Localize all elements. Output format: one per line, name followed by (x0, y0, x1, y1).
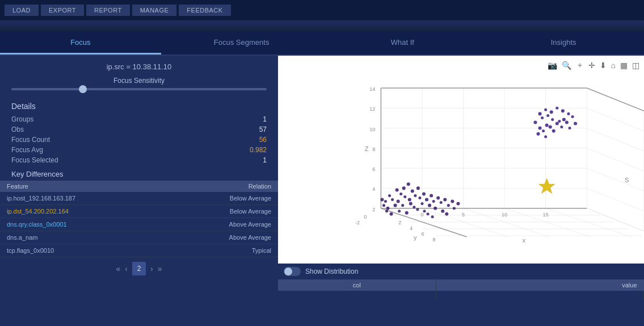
svg-point-110 (555, 122, 559, 125)
svg-rect-0 (278, 77, 644, 243)
svg-point-80 (423, 210, 426, 212)
zoom-icon[interactable]: 🔍 (561, 59, 573, 72)
feature-cell: tcp.flags_0x0010 (0, 244, 166, 257)
relation-cell: Above Average (166, 231, 278, 244)
table-row[interactable]: dns.qry.class_0x0001 Above Average (0, 218, 278, 231)
svg-point-92 (391, 198, 394, 201)
chart-icon[interactable]: ▦ (619, 59, 629, 72)
detail-row-obs: Obs 57 (11, 124, 267, 135)
svg-point-88 (431, 215, 434, 218)
table-row[interactable]: ip.host_192.168.163.187 Below Average (0, 192, 278, 205)
export-icon[interactable]: ◫ (631, 59, 641, 72)
key-differences-table: Feature Relation ip.host_192.168.163.187… (0, 181, 278, 257)
first-page-button[interactable]: « (116, 264, 121, 273)
svg-point-102 (398, 210, 401, 212)
svg-text:6: 6 (421, 231, 424, 237)
feature-cell: ip.host_192.168.163.187 (0, 192, 166, 205)
svg-text:8: 8 (433, 237, 436, 243)
svg-point-106 (545, 124, 549, 127)
svg-point-73 (425, 198, 428, 202)
scatter-plot: Z x y 14 12 10 8 6 4 2 0 -2 0 5 10 15 2 (278, 56, 644, 264)
report-button[interactable]: REPORT (86, 5, 130, 16)
relation-cell: Below Average (166, 205, 278, 218)
export-button[interactable]: EXPORT (41, 5, 84, 16)
svg-text:2: 2 (372, 207, 375, 212)
slider-thumb[interactable] (79, 85, 87, 93)
zoom-in-icon[interactable]: ＋ (575, 59, 585, 72)
details-header: Details (0, 98, 278, 114)
svg-point-114 (537, 132, 540, 136)
svg-point-95 (395, 188, 399, 191)
key-differences-header: Key Differences (0, 165, 278, 181)
table-row (278, 291, 644, 295)
toolbar: LOAD EXPORT REPORT MANAGE FEEDBACK (0, 0, 644, 20)
cell-value (436, 295, 643, 300)
svg-point-59 (402, 186, 406, 190)
svg-point-76 (416, 208, 419, 211)
svg-point-70 (418, 197, 421, 199)
svg-text:2: 2 (398, 220, 401, 225)
prev-page-button[interactable]: ‹ (125, 264, 128, 273)
svg-text:S: S (625, 177, 629, 183)
distribution-label: Show Distribution (305, 268, 358, 275)
next-page-button[interactable]: › (150, 264, 153, 273)
col-col: col (278, 279, 436, 291)
svg-point-107 (551, 118, 554, 121)
svg-point-116 (552, 129, 555, 133)
table-row[interactable]: ip.dst_54.200.202.164 Below Average (0, 205, 278, 218)
svg-point-90 (453, 207, 456, 210)
svg-point-96 (384, 200, 387, 203)
tab-focus-segments[interactable]: Focus Segments (161, 32, 322, 55)
svg-point-101 (390, 212, 393, 216)
svg-point-86 (447, 204, 450, 207)
feedback-button[interactable]: FEEDBACK (179, 5, 230, 16)
svg-point-127 (544, 108, 547, 111)
relation-cell: Typical (166, 244, 278, 257)
svg-text:x: x (523, 237, 526, 244)
distribution-toggle[interactable] (284, 267, 301, 276)
sensitivity-label: Focus Sensitivity (11, 77, 267, 85)
svg-point-126 (550, 110, 553, 114)
last-page-button[interactable]: » (158, 264, 162, 273)
cell-col (278, 291, 436, 295)
svg-point-63 (403, 195, 406, 198)
main-content: ip.src = 10.38.11.10 Focus Sensitivity D… (0, 56, 644, 326)
detail-label-obs: Obs (11, 126, 24, 133)
svg-text:4: 4 (372, 186, 375, 192)
table-row[interactable]: dns.a_nam Above Average (0, 231, 278, 244)
chart-area: 📷 🔍 ＋ ✛ ⬇ ⌂ ▦ ◫ (278, 56, 644, 264)
manage-button[interactable]: MANAGE (132, 5, 177, 16)
crosshair-icon[interactable]: ✛ (587, 59, 596, 72)
svg-text:14: 14 (369, 86, 375, 92)
svg-point-100 (385, 210, 388, 212)
sensitivity-slider[interactable] (11, 88, 267, 90)
table-row[interactable]: tcp.flags_0x0010 Typical (0, 244, 278, 257)
svg-text:6: 6 (372, 166, 375, 172)
svg-point-97 (386, 207, 389, 210)
svg-point-104 (533, 120, 537, 124)
camera-icon[interactable]: 📷 (546, 59, 558, 72)
download-icon[interactable]: ⬇ (599, 59, 608, 72)
pagination: « ‹ 2 › » (0, 257, 278, 280)
svg-point-120 (562, 118, 566, 121)
tab-insights[interactable]: Insights (483, 32, 644, 55)
left-panel: ip.src = 10.38.11.10 Focus Sensitivity D… (0, 56, 278, 326)
tab-focus[interactable]: Focus (0, 32, 161, 55)
svg-point-67 (416, 186, 420, 190)
load-button[interactable]: LOAD (5, 5, 39, 16)
svg-point-122 (574, 122, 577, 125)
svg-point-125 (555, 107, 558, 110)
ip-filter-label: ip.src = 10.38.11.10 (0, 56, 278, 74)
svg-point-108 (538, 127, 542, 130)
svg-point-118 (565, 120, 569, 124)
tab-what-if[interactable]: What If (322, 32, 483, 55)
svg-text:10: 10 (502, 212, 507, 218)
svg-point-69 (409, 202, 413, 206)
data-table-header-row: col value (278, 279, 644, 291)
detail-value-focus-count: 56 (259, 136, 267, 144)
distribution-bar: Show Distribution (278, 264, 644, 279)
detail-value-groups: 1 (263, 115, 267, 123)
feature-cell: ip.dst_54.200.202.164 (0, 205, 166, 218)
feature-cell: dns.qry.class_0x0001 (0, 218, 166, 231)
home-icon[interactable]: ⌂ (610, 59, 617, 72)
